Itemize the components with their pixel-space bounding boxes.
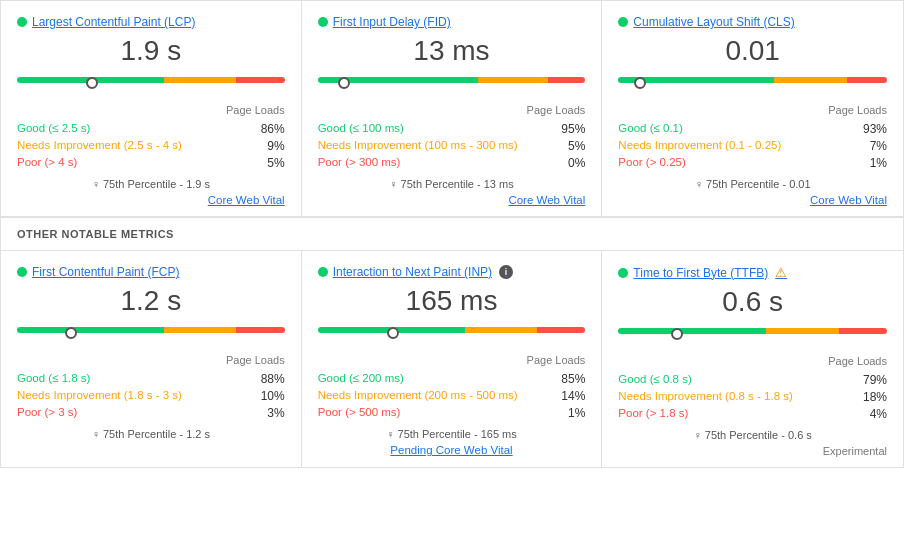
inp-needs-value: 14% [561,389,585,403]
inp-needs-label: Needs Improvement (200 ms - 500 ms) [318,389,518,403]
fid-gauge-marker [338,77,350,89]
ttfb-poor-row: Poor (> 1.8 s) 4% [618,407,887,421]
fid-poor-row: Poor (> 300 ms) 0% [318,156,586,170]
inp-poor-value: 1% [568,406,585,420]
lcp-poor-label: Poor (> 4 s) [17,156,77,170]
fid-good-row: Good (≤ 100 ms) 95% [318,122,586,136]
cls-gauge-orange [774,77,847,83]
ttfb-value: 0.6 s [618,286,887,318]
metric-inp: Interaction to Next Paint (INP) i 165 ms… [302,251,603,467]
cls-good-label: Good (≤ 0.1) [618,122,682,136]
ttfb-needs-label: Needs Improvement (0.8 s - 1.8 s) [618,390,792,404]
fid-poor-label: Poor (> 300 ms) [318,156,401,170]
fcp-poor-row: Poor (> 3 s) 3% [17,406,285,420]
ttfb-percentile: ♀ 75th Percentile - 0.6 s [618,429,887,441]
ttfb-title[interactable]: Time to First Byte (TTFB) ⚠ [618,265,887,280]
lcp-gauge-red [236,77,284,83]
inp-pending-link[interactable]: Pending Core Web Vital [318,444,586,456]
fcp-gauge-bar [17,327,285,333]
lcp-stats: Good (≤ 2.5 s) 86% Needs Improvement (2.… [17,122,285,170]
metric-ttfb: Time to First Byte (TTFB) ⚠ 0.6 s Page L… [602,251,903,467]
metric-lcp: Largest Contentful Paint (LCP) 1.9 s Pag… [1,1,302,217]
fid-gauge-bar [318,77,586,83]
ttfb-good-row: Good (≤ 0.8 s) 79% [618,373,887,387]
cls-gauge-bar [618,77,887,83]
inp-status-dot [318,267,328,277]
fcp-title[interactable]: First Contentful Paint (FCP) [17,265,285,279]
fcp-gauge [17,327,285,351]
fid-gauge-orange [478,77,548,83]
cls-needs-row: Needs Improvement (0.1 - 0.25) 7% [618,139,887,153]
lcp-poor-row: Poor (> 4 s) 5% [17,156,285,170]
metric-cls: Cumulative Layout Shift (CLS) 0.01 Page … [602,1,903,217]
inp-title[interactable]: Interaction to Next Paint (INP) i [318,265,586,279]
inp-info-icon[interactable]: i [499,265,513,279]
cls-stats: Good (≤ 0.1) 93% Needs Improvement (0.1 … [618,122,887,170]
lcp-gauge-marker [86,77,98,89]
inp-poor-label: Poor (> 500 ms) [318,406,401,420]
lcp-needs-row: Needs Improvement (2.5 s - 4 s) 9% [17,139,285,153]
cls-poor-value: 1% [870,156,887,170]
fid-good-label: Good (≤ 100 ms) [318,122,404,136]
cls-percentile: ♀ 75th Percentile - 0.01 [618,178,887,190]
inp-gauge-bar [318,327,586,333]
notable-metrics-header: OTHER NOTABLE METRICS [0,218,904,250]
lcp-cwv-link[interactable]: Core Web Vital [17,194,285,206]
fcp-gauge-marker [65,327,77,339]
lcp-page-loads: Page Loads [17,104,285,116]
lcp-good-value: 86% [261,122,285,136]
fcp-gauge-red [236,327,284,333]
inp-poor-row: Poor (> 500 ms) 1% [318,406,586,420]
lcp-needs-value: 9% [267,139,284,153]
ttfb-poor-label: Poor (> 1.8 s) [618,407,688,421]
inp-value: 165 ms [318,285,586,317]
fcp-poor-label: Poor (> 3 s) [17,406,77,420]
ttfb-gauge-red [839,328,887,334]
cls-poor-row: Poor (> 0.25) 1% [618,156,887,170]
lcp-good-label: Good (≤ 2.5 s) [17,122,90,136]
fid-value: 13 ms [318,35,586,67]
inp-good-label: Good (≤ 200 ms) [318,372,404,386]
cls-good-row: Good (≤ 0.1) 93% [618,122,887,136]
inp-good-row: Good (≤ 200 ms) 85% [318,372,586,386]
lcp-good-row: Good (≤ 2.5 s) 86% [17,122,285,136]
cls-title[interactable]: Cumulative Layout Shift (CLS) [618,15,887,29]
cls-status-dot [618,17,628,27]
notable-metrics-grid: First Contentful Paint (FCP) 1.2 s Page … [0,250,904,468]
fcp-good-row: Good (≤ 1.8 s) 88% [17,372,285,386]
inp-percentile: ♀ 75th Percentile - 165 ms [318,428,586,440]
fcp-status-dot [17,267,27,277]
ttfb-needs-row: Needs Improvement (0.8 s - 1.8 s) 18% [618,390,887,404]
ttfb-gauge [618,328,887,352]
lcp-gauge [17,77,285,101]
cls-gauge-marker [634,77,646,89]
ttfb-stats: Good (≤ 0.8 s) 79% Needs Improvement (0.… [618,373,887,421]
fcp-percentile: ♀ 75th Percentile - 1.2 s [17,428,285,440]
lcp-percentile: ♀ 75th Percentile - 1.9 s [17,178,285,190]
fcp-needs-row: Needs Improvement (1.8 s - 3 s) 10% [17,389,285,403]
fid-gauge-red [548,77,585,83]
ttfb-gauge-green [618,328,766,334]
ttfb-warning-icon: ⚠ [775,265,787,280]
fid-poor-value: 0% [568,156,585,170]
fid-cwv-link[interactable]: Core Web Vital [318,194,586,206]
fid-needs-value: 5% [568,139,585,153]
cls-poor-label: Poor (> 0.25) [618,156,685,170]
cls-good-value: 93% [863,122,887,136]
lcp-title[interactable]: Largest Contentful Paint (LCP) [17,15,285,29]
inp-page-loads: Page Loads [318,354,586,366]
inp-good-value: 85% [561,372,585,386]
cls-cwv-link[interactable]: Core Web Vital [618,194,887,206]
metric-fid: First Input Delay (FID) 13 ms Page Loads… [302,1,603,217]
inp-stats: Good (≤ 200 ms) 85% Needs Improvement (2… [318,372,586,420]
cls-value: 0.01 [618,35,887,67]
fcp-good-label: Good (≤ 1.8 s) [17,372,90,386]
fid-title[interactable]: First Input Delay (FID) [318,15,586,29]
ttfb-gauge-orange [766,328,839,334]
cls-page-loads: Page Loads [618,104,887,116]
fid-needs-row: Needs Improvement (100 ms - 300 ms) 5% [318,139,586,153]
lcp-poor-value: 5% [267,156,284,170]
fcp-gauge-green [17,327,164,333]
fcp-poor-value: 3% [267,406,284,420]
inp-gauge-marker [387,327,399,339]
